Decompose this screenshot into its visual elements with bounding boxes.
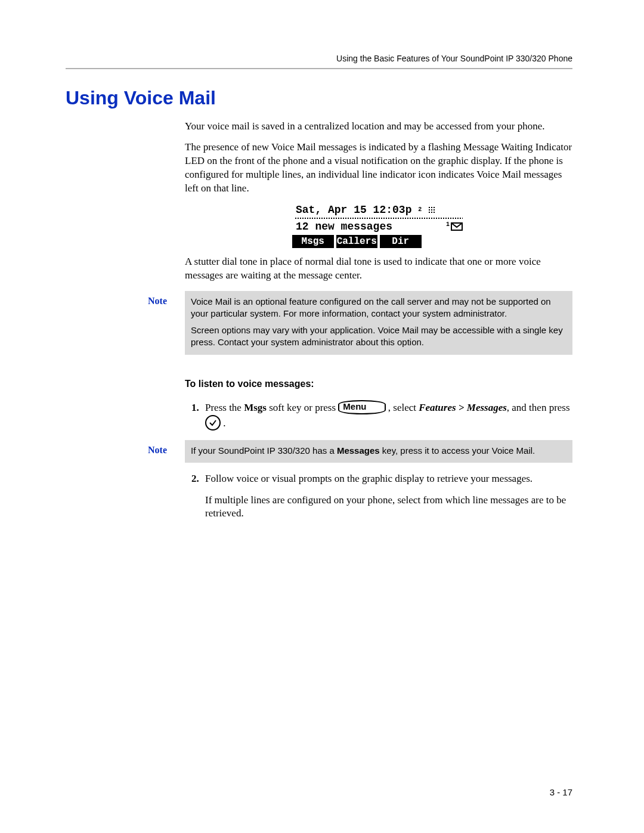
check-button-icon [205, 415, 221, 431]
body-column: Follow voice or visual prompts on the gr… [185, 471, 572, 521]
softkey: Dir [380, 235, 422, 248]
paragraph: Your voice mail is saved in a centralize… [185, 120, 572, 134]
step-item: Press the Msgs soft key or press Menu , … [202, 400, 572, 432]
menu-button-icon: Menu [338, 400, 385, 414]
step-text: Press the [205, 402, 244, 413]
grid-icon [428, 206, 435, 213]
note-label: Note [148, 440, 185, 463]
note-paragraph: Screen options may vary with your applic… [191, 324, 566, 349]
lcd-superscript: 2 [418, 206, 422, 213]
menu-path: Features > Messages [419, 402, 507, 413]
page-number: 3 - 17 [550, 787, 572, 797]
paragraph: A stutter dial tone in place of normal d… [185, 255, 572, 283]
lcd-msg-count: 1 [446, 221, 450, 228]
step-text: , and then press [507, 402, 570, 413]
running-header: Using the Basic Features of Your SoundPo… [66, 54, 572, 63]
lcd-message-text: 12 new messages [296, 221, 392, 233]
step-text: . [221, 417, 226, 429]
body-column: To listen to voice messages: Press the M… [185, 379, 572, 432]
procedure-heading: To listen to voice messages: [185, 379, 572, 389]
step-list: Press the Msgs soft key or press Menu , … [185, 400, 572, 432]
step-list: Follow voice or visual prompts on the gr… [185, 471, 572, 521]
step-item: Follow voice or visual prompts on the gr… [202, 471, 572, 521]
note-block: Note If your SoundPoint IP 330/320 has a… [148, 440, 572, 463]
note-body: Voice Mail is an optional feature config… [185, 291, 572, 355]
note-block: Note Voice Mail is an optional feature c… [148, 291, 572, 355]
note-text: key, press it to access your Voice Mail. [380, 445, 535, 456]
section-title: Using Voice Mail [66, 87, 572, 109]
step-text: , select [386, 402, 419, 413]
softkey: Callers [336, 235, 378, 248]
envelope-icon: 1 [446, 222, 463, 231]
softkey: Msgs [292, 235, 334, 248]
note-paragraph: Voice Mail is an optional feature config… [191, 296, 566, 320]
document-page: Using the Basic Features of Your SoundPo… [0, 0, 644, 833]
lcd-datetime: Sat, Apr 15 12:03p [296, 204, 411, 216]
header-rule [66, 68, 572, 69]
step-text-bold: Msgs [244, 402, 267, 413]
lcd-message-row: 12 new messages 1 [292, 219, 465, 234]
step-text: If multiple lines are configured on your… [205, 494, 572, 521]
phone-display-figure: Sat, Apr 15 12:03p 2 12 new messages 1 [185, 203, 572, 248]
step-text: soft key or press [267, 402, 338, 413]
body-column: Your voice mail is saved in a centralize… [185, 120, 572, 283]
note-body: If your SoundPoint IP 330/320 has a Mess… [185, 440, 572, 463]
softkey-blank [424, 235, 466, 248]
note-text: If your SoundPoint IP 330/320 has a [191, 445, 337, 456]
note-text-bold: Messages [337, 445, 380, 456]
step-text: Follow voice or visual prompts on the gr… [205, 473, 532, 484]
note-label: Note [148, 291, 185, 355]
note-paragraph: If your SoundPoint IP 330/320 has a Mess… [191, 445, 566, 457]
lcd-top-row: Sat, Apr 15 12:03p 2 [292, 203, 465, 217]
paragraph: The presence of new Voice Mail messages … [185, 141, 572, 196]
phone-lcd: Sat, Apr 15 12:03p 2 12 new messages 1 [292, 203, 465, 248]
lcd-softkey-row: Msgs Callers Dir [292, 235, 465, 248]
